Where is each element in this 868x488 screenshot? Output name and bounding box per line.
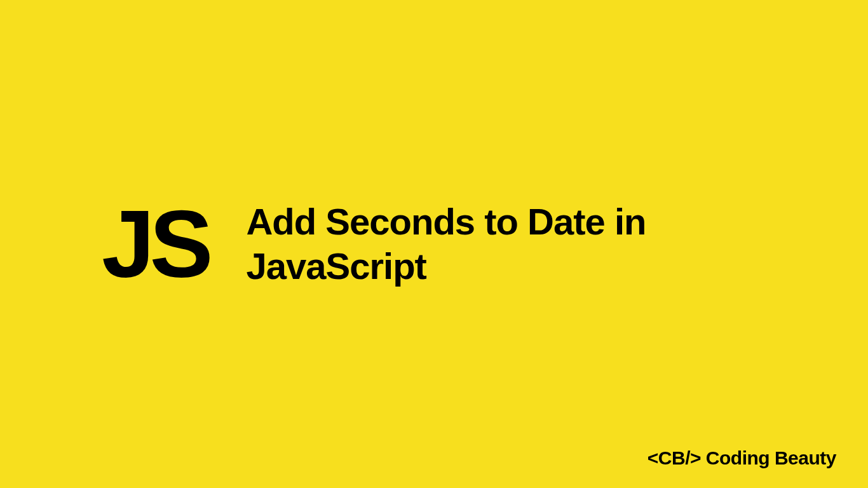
main-content: JS Add Seconds to Date in JavaScript xyxy=(0,196,868,292)
article-title: Add Seconds to Date in JavaScript xyxy=(246,200,766,288)
brand-signature: <CB/> Coding Beauty xyxy=(648,447,836,469)
js-logo: JS xyxy=(102,196,208,292)
